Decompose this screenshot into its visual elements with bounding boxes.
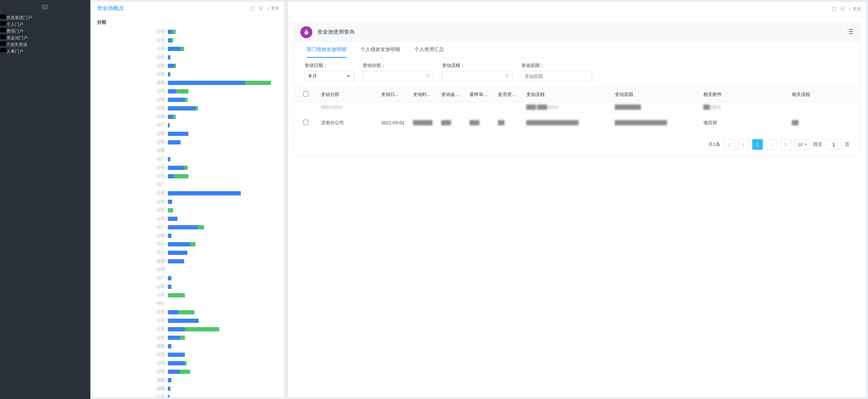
table-row[interactable]: 济南分公司 2021-03-01 ██████ ███ ███ ██ █████… bbox=[294, 112, 860, 133]
refresh-button[interactable] bbox=[249, 5, 255, 12]
col-time[interactable]: 变动时... bbox=[411, 91, 439, 98]
chart-bar-group[interactable] bbox=[168, 217, 279, 221]
dept-input[interactable] bbox=[363, 71, 433, 81]
row-checkbox[interactable] bbox=[303, 120, 308, 125]
gear-icon bbox=[840, 6, 845, 12]
tab-personal-perf[interactable]: 个人绩效发放明细 bbox=[361, 42, 400, 58]
dept-text-input[interactable] bbox=[366, 74, 425, 79]
chart-bar-group[interactable] bbox=[168, 395, 279, 397]
chart-category-label: 业部 bbox=[97, 343, 168, 349]
chart-bar-group[interactable] bbox=[168, 285, 279, 289]
chart-bar-group[interactable] bbox=[168, 81, 279, 85]
chart-bar-group[interactable] bbox=[168, 208, 279, 212]
tab-personal-summary[interactable]: 个人使用汇总 bbox=[414, 42, 444, 58]
last-page-button[interactable]: ⟩⟩ bbox=[781, 139, 791, 150]
search-button[interactable] bbox=[425, 73, 430, 79]
sidebar-item-1[interactable]: 个人门户 bbox=[0, 21, 90, 28]
col-relflow[interactable]: 相关流程 bbox=[790, 91, 853, 98]
chart-row: 公司 bbox=[97, 206, 279, 215]
chart-bar-group[interactable] bbox=[168, 302, 279, 306]
col-flow[interactable]: 变动流程 bbox=[524, 91, 613, 98]
chart-category-label: 公司 bbox=[97, 97, 168, 103]
sidebar-item-3[interactable]: 资金池门户 bbox=[0, 34, 90, 41]
date-select[interactable]: 本月 bbox=[305, 71, 354, 81]
chart-bar-group[interactable] bbox=[168, 259, 279, 263]
chart-bar-group[interactable] bbox=[168, 30, 279, 34]
first-page-button[interactable]: ⟨⟨ bbox=[724, 139, 734, 150]
tab-dept-perf[interactable]: 部门绩效发放明细 bbox=[307, 42, 346, 58]
col-isfund[interactable]: 是否资... bbox=[496, 91, 524, 98]
settings-button[interactable] bbox=[839, 6, 846, 12]
next-page-button[interactable]: ⟩ bbox=[766, 139, 777, 150]
more-button[interactable]: 更多 bbox=[848, 6, 861, 12]
chart-bar-group[interactable] bbox=[168, 378, 279, 382]
chart-bar-group[interactable] bbox=[168, 276, 279, 280]
chart-bar-group[interactable] bbox=[168, 293, 279, 297]
chart-bar-group[interactable] bbox=[168, 106, 279, 110]
chart-bar-group[interactable] bbox=[168, 72, 279, 76]
chart-bar-group[interactable] bbox=[168, 268, 279, 272]
chart-bar-group[interactable] bbox=[168, 149, 279, 153]
chart-bar-group[interactable] bbox=[168, 251, 279, 255]
chart-bar-group[interactable] bbox=[168, 225, 279, 229]
flow-input[interactable] bbox=[442, 71, 513, 81]
chart-row: 公司 bbox=[97, 87, 279, 96]
chart-bar-group[interactable] bbox=[168, 319, 279, 323]
portal-icon bbox=[0, 14, 6, 19]
chart-bar-group[interactable] bbox=[168, 55, 279, 59]
col-attach[interactable]: 相关附件 bbox=[701, 91, 790, 98]
select-all-checkbox[interactable] bbox=[303, 91, 308, 97]
chart-bar-group[interactable] bbox=[168, 310, 279, 314]
chart-bar-group[interactable] bbox=[168, 387, 279, 391]
chart-bar-group[interactable] bbox=[168, 38, 279, 42]
col-approver[interactable]: 最终审... bbox=[467, 91, 496, 98]
chart-bar-group[interactable] bbox=[168, 47, 279, 51]
col-reason[interactable]: 变动原因 bbox=[613, 91, 701, 98]
chart-bar-group[interactable] bbox=[168, 132, 279, 136]
settings-button[interactable] bbox=[257, 5, 264, 12]
chart-bar-group[interactable] bbox=[168, 191, 279, 195]
chart-bar-group[interactable] bbox=[168, 200, 279, 204]
jump-page-input[interactable] bbox=[826, 139, 841, 150]
chart-bar-group[interactable] bbox=[168, 64, 279, 68]
reason-input[interactable] bbox=[521, 71, 592, 81]
sidebar-item-5[interactable]: 人事门户 bbox=[0, 48, 90, 55]
chart-bar-group[interactable] bbox=[168, 327, 279, 331]
col-date[interactable]: 变动日... bbox=[379, 91, 411, 98]
chart-category-label: 公司 bbox=[97, 63, 168, 69]
chart-bar-group[interactable] bbox=[168, 336, 279, 340]
chart-bar-group[interactable] bbox=[168, 361, 279, 365]
sidebar-item-4[interactable]: IT相关资源 bbox=[0, 41, 90, 48]
chart-bar-group[interactable] bbox=[168, 157, 279, 161]
sidebar-item-2[interactable]: 费用门户 bbox=[0, 28, 90, 34]
sidebar-collapse-button[interactable] bbox=[0, 0, 90, 14]
refresh-button[interactable] bbox=[831, 6, 837, 12]
prev-page-button[interactable]: ⟨ bbox=[738, 139, 749, 150]
pagesize-select[interactable]: 10 bbox=[795, 139, 810, 150]
col-dept[interactable]: 变动分部 bbox=[319, 91, 379, 98]
flow-text-input[interactable] bbox=[445, 74, 505, 79]
page-number-button[interactable]: 1 bbox=[752, 139, 763, 150]
chart-bar-group[interactable] bbox=[168, 98, 279, 102]
chart-bar-group[interactable] bbox=[168, 353, 279, 357]
chart-row: 公司 bbox=[97, 232, 279, 240]
chart-bar-group[interactable] bbox=[168, 183, 279, 187]
chart-bar-group[interactable] bbox=[168, 140, 279, 144]
chart-bar-group[interactable] bbox=[168, 344, 279, 348]
chart-bar-group[interactable] bbox=[168, 174, 279, 178]
more-button[interactable]: 更多 bbox=[266, 5, 279, 11]
chart-bar-group[interactable] bbox=[168, 166, 279, 170]
chart-bar-group[interactable] bbox=[168, 242, 279, 246]
chart-bar-group[interactable] bbox=[168, 234, 279, 238]
col-amount[interactable]: 变动金... bbox=[439, 91, 467, 98]
chart-bar-group[interactable] bbox=[168, 123, 279, 127]
cell-time: ██████ bbox=[411, 120, 439, 125]
chart-bar-group[interactable] bbox=[168, 370, 279, 374]
search-button[interactable] bbox=[505, 73, 510, 79]
sidebar-item-label: 凯泉集团门户 bbox=[6, 15, 32, 20]
list-view-button[interactable] bbox=[847, 29, 854, 35]
sidebar-item-0[interactable]: 凯泉集团门户 bbox=[0, 14, 90, 21]
chart-bar-group[interactable] bbox=[168, 115, 279, 119]
chart-bar-group[interactable] bbox=[168, 89, 279, 93]
reason-text-input[interactable] bbox=[524, 74, 589, 79]
